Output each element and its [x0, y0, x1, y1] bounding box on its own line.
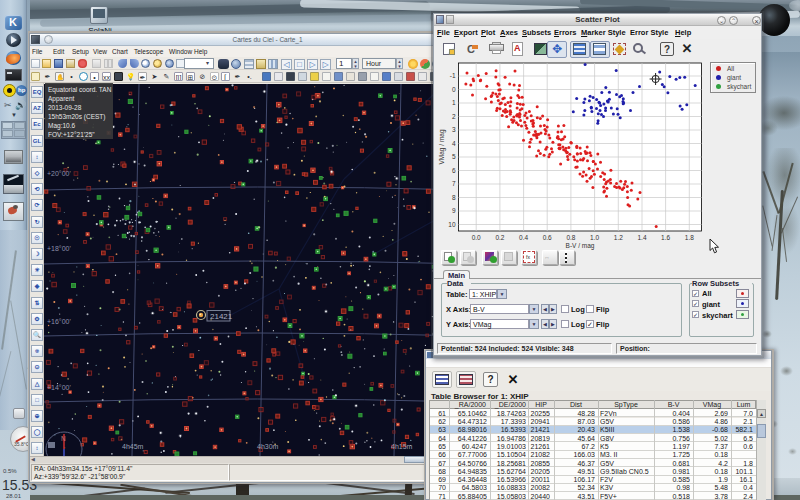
svg-text:B-V / mag: B-V / mag [566, 242, 595, 250]
svg-text:21421: 21421 [210, 312, 233, 321]
svg-text:4: 4 [452, 140, 456, 147]
svg-text:0: 0 [452, 86, 456, 93]
svg-text:0.8: 0.8 [566, 234, 575, 241]
svg-text:1.6: 1.6 [661, 234, 670, 241]
svg-text:3: 3 [452, 126, 456, 133]
svg-text:1: 1 [452, 99, 456, 106]
svg-text:1.8: 1.8 [685, 234, 694, 241]
svg-text:VMag / mag: VMag / mag [438, 129, 446, 164]
svg-text:9: 9 [452, 207, 456, 214]
svg-text:0.2: 0.2 [495, 234, 504, 241]
svg-text:6: 6 [452, 167, 456, 174]
svg-text:7: 7 [452, 180, 456, 187]
svg-text:+18°00': +18°00' [47, 245, 71, 252]
svg-text:1.2: 1.2 [614, 234, 623, 241]
svg-text:4h30m: 4h30m [257, 443, 279, 450]
svg-text:4h15m: 4h15m [391, 443, 413, 450]
svg-text:0.0: 0.0 [472, 234, 481, 241]
svg-text:+14°00': +14°00' [47, 384, 71, 391]
svg-text:4h45m: 4h45m [122, 443, 144, 450]
svg-text:5: 5 [452, 153, 456, 160]
svg-text:0.4: 0.4 [519, 234, 528, 241]
svg-text:1.0: 1.0 [590, 234, 599, 241]
svg-text:N: N [61, 435, 66, 442]
svg-text:2: 2 [452, 113, 456, 120]
svg-text:1.4: 1.4 [637, 234, 646, 241]
svg-text:10: 10 [448, 221, 456, 228]
svg-text:+16°00': +16°00' [47, 318, 71, 325]
svg-text:+20°00': +20°00' [47, 170, 71, 177]
svg-text:-1: -1 [450, 72, 456, 79]
svg-text:8: 8 [452, 194, 456, 201]
svg-text:0.6: 0.6 [543, 234, 552, 241]
